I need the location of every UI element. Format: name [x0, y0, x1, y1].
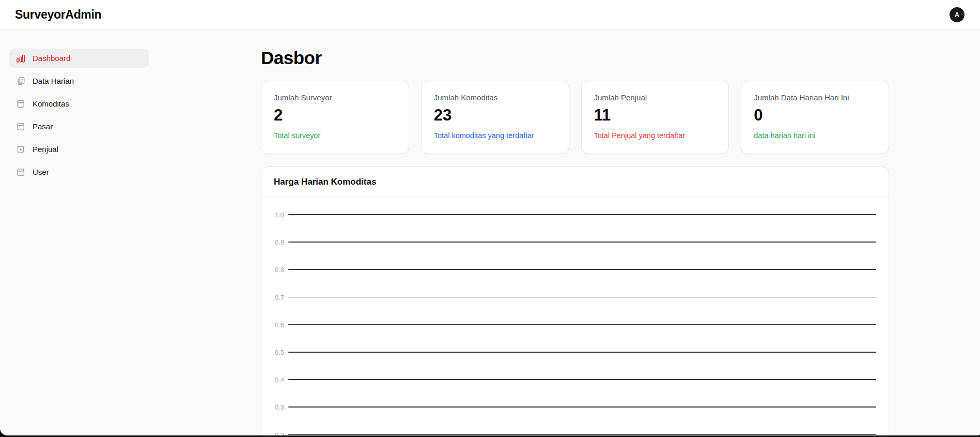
chart-card: Harga Harian Komoditas 1.00.90.80.70.60.… [261, 167, 889, 435]
archive-box-icon [15, 99, 26, 109]
bar-chart-icon [15, 53, 26, 64]
stat-card-jumlah-data-harian: Jumlah Data Harian Hari Ini 0 data haria… [741, 81, 889, 154]
gridline [288, 269, 876, 270]
sidebar-item-dashboard[interactable]: Dashboard [9, 49, 149, 68]
sidebar-item-komoditas[interactable]: Komoditas [9, 94, 149, 113]
y-axis-tick-label: 0.6 [261, 321, 284, 328]
stat-label: Jumlah Komoditas [434, 93, 556, 102]
y-axis-tick-label: 1.0 [261, 211, 284, 219]
stat-value: 11 [594, 106, 717, 125]
chart-card-header: Harga Harian Komoditas [261, 167, 889, 197]
archive-box-icon [15, 167, 26, 177]
app-window: SurveyorAdmin A Dashboard [0, 0, 980, 435]
sidebar-item-label: Data Harian [33, 77, 74, 85]
sidebar-item-label: Dashboard [33, 54, 70, 63]
gridline [288, 214, 876, 215]
main-content: Dasbor Jumlah Surveyor 2 Total surveyor … [163, 29, 980, 435]
gridline [288, 379, 876, 380]
stat-label: Jumlah Data Harian Hari Ini [754, 93, 876, 102]
stat-value: 2 [274, 106, 396, 125]
y-axis-tick-label: 0.9 [261, 238, 284, 246]
stat-value: 23 [434, 106, 556, 125]
clipboard-list-icon [15, 76, 26, 86]
gridline [288, 324, 876, 325]
y-axis-tick-label: 0.7 [261, 293, 284, 301]
gridline [288, 406, 876, 408]
archive-box-icon [15, 122, 26, 132]
y-axis-tick-label: 0.8 [261, 266, 284, 274]
sidebar: Dashboard Data Harian [0, 29, 163, 435]
brand-title: SurveyorAdmin [15, 8, 101, 22]
sidebar-item-label: Penjual [33, 145, 58, 154]
gridline [288, 297, 876, 298]
sidebar-item-label: User [33, 168, 49, 176]
stat-subtext: Total Penjual yang terdaftar [594, 131, 717, 140]
y-axis-tick-label: 0.4 [261, 376, 284, 384]
y-axis-tick-label: 0.5 [261, 349, 284, 356]
stat-value: 0 [754, 106, 876, 125]
chart-title: Harga Harian Komoditas [274, 177, 876, 187]
y-axis-tick-label: 0.3 [261, 403, 284, 411]
sidebar-item-data-harian[interactable]: Data Harian [9, 71, 149, 91]
stat-label: Jumlah Penjual [594, 93, 717, 102]
gridline [288, 352, 876, 353]
stat-card-jumlah-komoditas: Jumlah Komoditas 23 Total komoditas yang… [421, 81, 569, 154]
gridline [288, 434, 876, 435]
archive-box-arrow-down-icon [15, 144, 26, 155]
top-header: SurveyorAdmin A [0, 0, 980, 29]
stat-card-grid: Jumlah Surveyor 2 Total surveyor Jumlah … [261, 81, 889, 154]
stat-subtext: data harian hari ini [754, 131, 876, 140]
stat-card-jumlah-surveyor: Jumlah Surveyor 2 Total surveyor [261, 81, 409, 154]
sidebar-item-pasar[interactable]: Pasar [9, 117, 149, 136]
gridline [288, 242, 876, 243]
page-title: Dasbor [261, 48, 889, 68]
stat-subtext: Total surveyor [274, 131, 396, 140]
sidebar-item-label: Pasar [33, 122, 53, 131]
stat-label: Jumlah Surveyor [274, 93, 396, 102]
stat-card-jumlah-penjual: Jumlah Penjual 11 Total Penjual yang ter… [581, 81, 729, 154]
stat-subtext: Total komoditas yang terdaftar [434, 131, 556, 140]
y-axis-tick-label: 0.2 [261, 431, 284, 435]
sidebar-item-label: Komoditas [33, 99, 69, 108]
user-avatar[interactable]: A [950, 7, 965, 22]
sidebar-item-user[interactable]: User [9, 162, 149, 182]
chart-plot: 1.00.90.80.70.60.50.40.30.2 [261, 197, 889, 435]
sidebar-item-penjual[interactable]: Penjual [9, 140, 149, 159]
layout: Dashboard Data Harian [0, 29, 980, 435]
